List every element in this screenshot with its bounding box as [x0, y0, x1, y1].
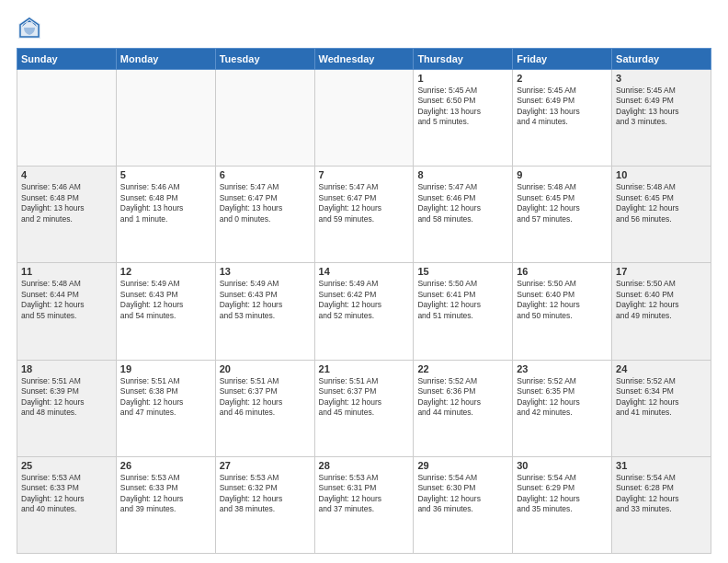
cell-line: Daylight: 12 hours: [319, 397, 382, 407]
cell-line: Sunset: 6:43 PM: [120, 290, 178, 299]
cell-text: Sunrise: 5:54 AMSunset: 6:28 PMDaylight:…: [616, 473, 707, 515]
cell-line: Daylight: 13 hours: [21, 203, 85, 213]
calendar-day-header-friday: Friday: [513, 49, 612, 70]
cell-line: Sunset: 6:45 PM: [616, 193, 674, 202]
calendar-cell: [17, 70, 117, 167]
cell-line: Sunset: 6:48 PM: [120, 193, 178, 202]
cell-line: Daylight: 12 hours: [21, 397, 85, 407]
cell-line: and 0 minutes.: [220, 214, 271, 224]
cell-line: Sunset: 6:34 PM: [616, 386, 674, 396]
cell-line: Daylight: 12 hours: [220, 397, 283, 407]
day-number: 16: [517, 266, 608, 277]
cell-line: Sunrise: 5:50 AM: [616, 279, 676, 288]
calendar-cell: 12Sunrise: 5:49 AMSunset: 6:43 PMDayligh…: [116, 263, 215, 360]
cell-line: Daylight: 12 hours: [319, 300, 382, 309]
cell-line: Sunrise: 5:45 AM: [517, 86, 576, 95]
calendar-cell: 20Sunrise: 5:51 AMSunset: 6:37 PMDayligh…: [215, 360, 314, 456]
cell-line: Sunset: 6:37 PM: [220, 386, 278, 396]
calendar-week-row: 4Sunrise: 5:46 AMSunset: 6:48 PMDaylight…: [17, 167, 711, 263]
day-number: 12: [120, 266, 211, 277]
day-number: 21: [319, 363, 410, 374]
calendar-cell: 6Sunrise: 5:47 AMSunset: 6:47 PMDaylight…: [215, 167, 314, 263]
cell-text: Sunrise: 5:52 AMSunset: 6:36 PMDaylight:…: [417, 376, 508, 419]
cell-line: and 53 minutes.: [220, 311, 275, 320]
cell-line: and 56 minutes.: [616, 214, 671, 224]
calendar-cell: 3Sunrise: 5:45 AMSunset: 6:49 PMDaylight…: [612, 70, 711, 167]
cell-line: Daylight: 12 hours: [417, 203, 481, 213]
cell-line: Sunrise: 5:53 AM: [21, 473, 81, 482]
cell-line: Daylight: 12 hours: [220, 494, 283, 503]
day-number: 29: [417, 460, 508, 471]
calendar-table: SundayMondayTuesdayWednesdayThursdayFrid…: [17, 48, 711, 554]
calendar-cell: 18Sunrise: 5:51 AMSunset: 6:39 PMDayligh…: [17, 360, 117, 456]
cell-line: Sunset: 6:49 PM: [517, 96, 574, 105]
cell-line: Sunrise: 5:52 AM: [517, 376, 576, 385]
day-number: 11: [21, 266, 112, 277]
cell-text: Sunrise: 5:48 AMSunset: 6:45 PMDaylight:…: [517, 182, 608, 224]
logo-icon: [17, 15, 42, 40]
day-number: 28: [319, 460, 410, 471]
cell-text: Sunrise: 5:49 AMSunset: 6:42 PMDaylight:…: [319, 279, 410, 321]
calendar-day-header-thursday: Thursday: [414, 49, 513, 70]
cell-line: Sunrise: 5:51 AM: [21, 376, 81, 385]
calendar-cell: 19Sunrise: 5:51 AMSunset: 6:38 PMDayligh…: [116, 360, 215, 456]
calendar-cell: [215, 70, 314, 167]
calendar-cell: [314, 70, 414, 167]
cell-line: Sunrise: 5:51 AM: [220, 376, 279, 385]
calendar-week-row: 18Sunrise: 5:51 AMSunset: 6:39 PMDayligh…: [17, 360, 711, 456]
cell-line: Daylight: 13 hours: [616, 107, 679, 116]
cell-text: Sunrise: 5:50 AMSunset: 6:41 PMDaylight:…: [417, 279, 508, 321]
day-number: 7: [319, 169, 410, 180]
cell-line: and 59 minutes.: [319, 214, 374, 224]
cell-line: Sunrise: 5:45 AM: [417, 86, 477, 95]
calendar-header-row: SundayMondayTuesdayWednesdayThursdayFrid…: [17, 49, 711, 70]
cell-line: Sunrise: 5:53 AM: [220, 473, 279, 482]
logo: [17, 15, 46, 40]
cell-text: Sunrise: 5:47 AMSunset: 6:47 PMDaylight:…: [319, 182, 410, 224]
calendar-cell: 10Sunrise: 5:48 AMSunset: 6:45 PMDayligh…: [612, 167, 711, 263]
cell-line: Sunset: 6:28 PM: [616, 483, 674, 492]
calendar-cell: 29Sunrise: 5:54 AMSunset: 6:30 PMDayligh…: [414, 456, 513, 553]
calendar-cell: 1Sunrise: 5:45 AMSunset: 6:50 PMDaylight…: [414, 70, 513, 167]
cell-line: Daylight: 12 hours: [120, 494, 184, 503]
cell-line: Sunrise: 5:48 AM: [616, 182, 676, 191]
cell-line: Sunrise: 5:52 AM: [417, 376, 477, 385]
cell-line: Sunset: 6:42 PM: [319, 290, 377, 299]
cell-line: Sunrise: 5:49 AM: [220, 279, 279, 288]
cell-line: Daylight: 12 hours: [417, 300, 481, 309]
cell-line: and 57 minutes.: [517, 214, 572, 224]
day-number: 27: [220, 460, 311, 471]
cell-text: Sunrise: 5:45 AMSunset: 6:49 PMDaylight:…: [616, 86, 707, 128]
calendar-cell: 13Sunrise: 5:49 AMSunset: 6:43 PMDayligh…: [215, 263, 314, 360]
calendar-cell: 9Sunrise: 5:48 AMSunset: 6:45 PMDaylight…: [513, 167, 612, 263]
cell-text: Sunrise: 5:47 AMSunset: 6:47 PMDaylight:…: [220, 182, 311, 224]
cell-line: Sunset: 6:50 PM: [417, 96, 475, 105]
cell-line: Sunrise: 5:53 AM: [319, 473, 379, 482]
cell-text: Sunrise: 5:49 AMSunset: 6:43 PMDaylight:…: [120, 279, 211, 321]
cell-line: Daylight: 13 hours: [120, 203, 184, 213]
cell-text: Sunrise: 5:54 AMSunset: 6:29 PMDaylight:…: [517, 473, 608, 515]
cell-text: Sunrise: 5:53 AMSunset: 6:32 PMDaylight:…: [220, 473, 311, 515]
cell-line: Daylight: 12 hours: [417, 494, 481, 503]
cell-line: and 33 minutes.: [616, 504, 671, 513]
calendar-day-header-wednesday: Wednesday: [314, 49, 414, 70]
cell-line: and 48 minutes.: [21, 408, 76, 417]
cell-line: and 41 minutes.: [616, 408, 671, 417]
day-number: 1: [417, 73, 508, 84]
day-number: 9: [517, 169, 608, 180]
cell-line: and 42 minutes.: [517, 408, 572, 417]
cell-line: and 44 minutes.: [417, 408, 472, 417]
calendar-week-row: 25Sunrise: 5:53 AMSunset: 6:33 PMDayligh…: [17, 456, 711, 553]
cell-line: and 55 minutes.: [21, 311, 76, 320]
calendar-cell: 30Sunrise: 5:54 AMSunset: 6:29 PMDayligh…: [513, 456, 612, 553]
day-number: 23: [517, 363, 608, 374]
cell-line: and 39 minutes.: [120, 504, 176, 513]
day-number: 15: [417, 266, 508, 277]
cell-line: Sunset: 6:31 PM: [319, 483, 377, 492]
cell-line: Daylight: 12 hours: [616, 300, 679, 309]
cell-line: Sunset: 6:47 PM: [220, 193, 278, 202]
cell-line: Sunrise: 5:52 AM: [616, 376, 676, 385]
day-number: 14: [319, 266, 410, 277]
cell-line: Sunrise: 5:50 AM: [417, 279, 477, 288]
cell-text: Sunrise: 5:51 AMSunset: 6:38 PMDaylight:…: [120, 376, 211, 419]
